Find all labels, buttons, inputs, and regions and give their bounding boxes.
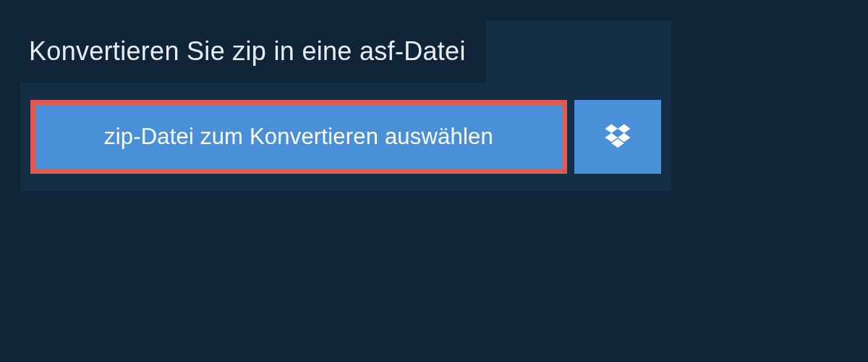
dropbox-icon [603, 122, 633, 152]
dropbox-button[interactable] [574, 100, 661, 174]
select-file-button[interactable]: zip-Datei zum Konvertieren auswählen [30, 100, 567, 174]
converter-panel: Konvertieren Sie zip in eine asf-Datei z… [20, 20, 671, 191]
heading-wrap: Konvertieren Sie zip in eine asf-Datei [20, 20, 486, 83]
page-title: Konvertieren Sie zip in eine asf-Datei [29, 36, 466, 67]
upload-row: zip-Datei zum Konvertieren auswählen [20, 83, 671, 191]
